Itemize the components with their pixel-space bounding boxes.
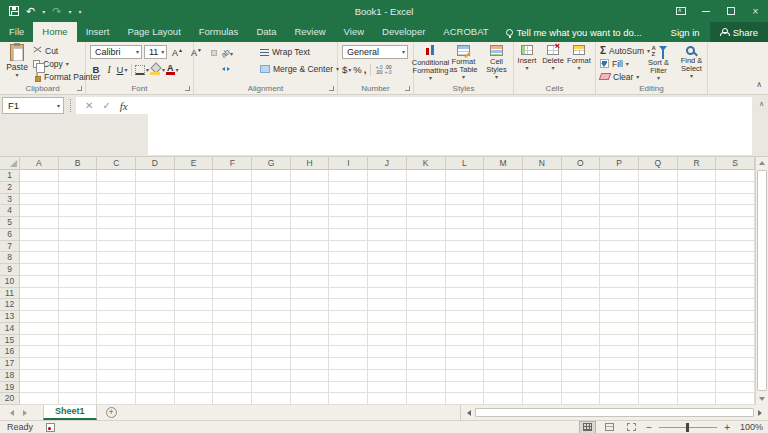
cell-O4[interactable]: [562, 205, 601, 217]
cell-G15[interactable]: [252, 335, 291, 347]
cell-Q17[interactable]: [639, 358, 678, 370]
cell-P11[interactable]: [600, 288, 639, 300]
redo-icon[interactable]: ↷: [52, 6, 61, 17]
cell-C18[interactable]: [97, 370, 136, 382]
cell-B8[interactable]: [59, 252, 98, 264]
cell-H9[interactable]: [291, 264, 330, 276]
cell-N9[interactable]: [523, 264, 562, 276]
cell-A3[interactable]: [20, 194, 59, 206]
cell-R7[interactable]: [678, 241, 717, 253]
cell-I17[interactable]: [329, 358, 368, 370]
cell-R4[interactable]: [678, 205, 717, 217]
cell-N17[interactable]: [523, 358, 562, 370]
row-header-10[interactable]: 10: [0, 276, 20, 288]
restore-button[interactable]: [718, 0, 743, 22]
cell-F15[interactable]: [213, 335, 252, 347]
cell-L13[interactable]: [446, 311, 485, 323]
cell-N4[interactable]: [523, 205, 562, 217]
cell-C4[interactable]: [97, 205, 136, 217]
cell-F20[interactable]: [213, 393, 252, 405]
row-header-3[interactable]: 3: [0, 194, 20, 206]
cell-F12[interactable]: [213, 299, 252, 311]
cell-H11[interactable]: [291, 288, 330, 300]
cell-P7[interactable]: [600, 241, 639, 253]
cell-D5[interactable]: [136, 217, 175, 229]
cell-C15[interactable]: [97, 335, 136, 347]
cell-H2[interactable]: [291, 182, 330, 194]
bottom-align-button[interactable]: [212, 51, 216, 55]
cell-S19[interactable]: [716, 382, 755, 394]
cell-K7[interactable]: [407, 241, 446, 253]
cell-O11[interactable]: [562, 288, 601, 300]
cell-M14[interactable]: [484, 323, 523, 335]
cell-styles-button[interactable]: Cell Styles ▾: [480, 42, 513, 88]
save-icon[interactable]: [9, 6, 19, 16]
cell-N16[interactable]: [523, 346, 562, 358]
cell-S16[interactable]: [716, 346, 755, 358]
cell-J4[interactable]: [368, 205, 407, 217]
cell-S11[interactable]: [716, 288, 755, 300]
cell-G6[interactable]: [252, 229, 291, 241]
cell-M15[interactable]: [484, 335, 523, 347]
scroll-left-icon[interactable]: [467, 410, 471, 416]
merge-center-button[interactable]: Merge & Center▾: [260, 64, 339, 74]
row-header-6[interactable]: 6: [0, 229, 20, 241]
column-header-r[interactable]: R: [678, 157, 717, 170]
cell-J12[interactable]: [368, 299, 407, 311]
cell-G11[interactable]: [252, 288, 291, 300]
cell-H20[interactable]: [291, 393, 330, 405]
cell-K14[interactable]: [407, 323, 446, 335]
cell-M4[interactable]: [484, 205, 523, 217]
column-header-s[interactable]: S: [716, 157, 755, 170]
bold-button[interactable]: B: [90, 63, 102, 77]
cell-P20[interactable]: [600, 393, 639, 405]
cell-D10[interactable]: [136, 276, 175, 288]
cell-P19[interactable]: [600, 382, 639, 394]
cell-C20[interactable]: [97, 393, 136, 405]
cell-F13[interactable]: [213, 311, 252, 323]
accounting-dropdown-icon[interactable]: ▾: [348, 67, 351, 73]
cell-E15[interactable]: [175, 335, 214, 347]
macro-record-icon[interactable]: [46, 423, 55, 432]
cell-F17[interactable]: [213, 358, 252, 370]
cell-H3[interactable]: [291, 194, 330, 206]
cell-M1[interactable]: [484, 170, 523, 182]
cell-J19[interactable]: [368, 382, 407, 394]
cell-E1[interactable]: [175, 170, 214, 182]
cell-E17[interactable]: [175, 358, 214, 370]
cell-M5[interactable]: [484, 217, 523, 229]
customize-qat-icon[interactable]: ▾: [78, 8, 81, 15]
cell-E2[interactable]: [175, 182, 214, 194]
row-header-17[interactable]: 17: [0, 358, 20, 370]
column-header-n[interactable]: N: [523, 157, 562, 170]
paste-button[interactable]: Paste ▾: [3, 44, 31, 84]
increase-decimal-button[interactable]: +.0.00: [375, 65, 382, 75]
cell-R9[interactable]: [678, 264, 717, 276]
cell-I4[interactable]: [329, 205, 368, 217]
percent-style-button[interactable]: %: [353, 64, 361, 75]
cell-D9[interactable]: [136, 264, 175, 276]
cell-L15[interactable]: [446, 335, 485, 347]
cell-O18[interactable]: [562, 370, 601, 382]
row-header-20[interactable]: 20: [0, 393, 20, 405]
cell-J20[interactable]: [368, 393, 407, 405]
cell-O16[interactable]: [562, 346, 601, 358]
cell-A13[interactable]: [20, 311, 59, 323]
cell-D13[interactable]: [136, 311, 175, 323]
cell-R3[interactable]: [678, 194, 717, 206]
cell-P1[interactable]: [600, 170, 639, 182]
cell-K6[interactable]: [407, 229, 446, 241]
cell-G19[interactable]: [252, 382, 291, 394]
center-button[interactable]: [205, 63, 209, 67]
column-header-e[interactable]: E: [175, 157, 214, 170]
cell-O13[interactable]: [562, 311, 601, 323]
cell-Q16[interactable]: [639, 346, 678, 358]
cell-N15[interactable]: [523, 335, 562, 347]
tab-home[interactable]: Home: [33, 22, 76, 42]
cell-B4[interactable]: [59, 205, 98, 217]
cell-I5[interactable]: [329, 217, 368, 229]
format-as-table-button[interactable]: Format as Table ▾: [447, 42, 480, 88]
page-layout-view-button[interactable]: [602, 422, 617, 433]
cell-B13[interactable]: [59, 311, 98, 323]
cell-J16[interactable]: [368, 346, 407, 358]
